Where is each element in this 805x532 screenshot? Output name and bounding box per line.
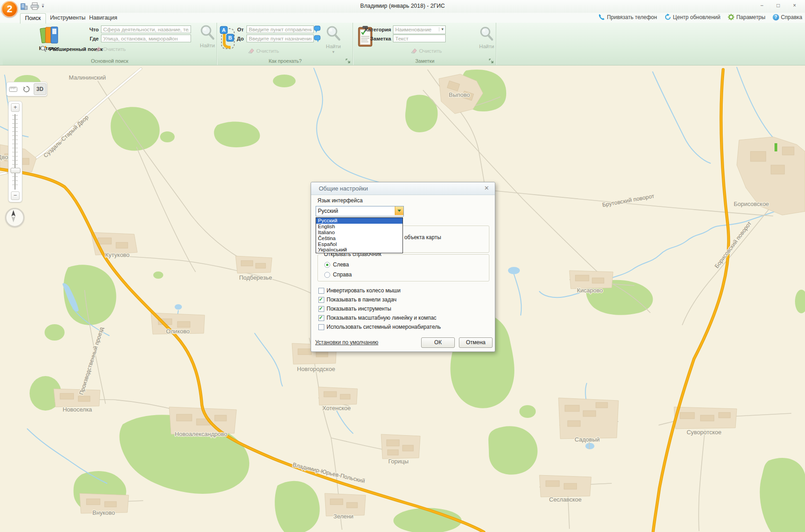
where-label: Где [75, 36, 99, 41]
map-label-khotenskoe: Хотенское [322, 405, 351, 412]
where-input[interactable] [101, 35, 191, 42]
advanced-search-button[interactable]: Расширенный поиск [40, 45, 103, 53]
language-option-english[interactable]: English [316, 224, 402, 230]
map-label-suvorotskoe: Суворотское [687, 429, 722, 436]
checkbox-invert-wheel[interactable] [318, 288, 324, 294]
category-label: Категория [364, 27, 391, 32]
tab-search[interactable]: Поиск [20, 13, 46, 24]
link-phone[interactable]: Привязать телефон [598, 14, 657, 20]
radio-right[interactable] [324, 272, 330, 278]
note-input[interactable] [393, 35, 446, 42]
checkbox-taskbar[interactable] [318, 297, 324, 303]
language-option-russian[interactable]: Русский [316, 218, 402, 224]
link-phone-label: Привязать телефон [607, 14, 657, 20]
category-dropdown-arrow-icon[interactable]: ▼ [439, 27, 444, 31]
zoom-handle[interactable] [10, 168, 20, 173]
find-route-dropdown-arrow-icon[interactable]: ▼ [332, 50, 335, 54]
category-combo[interactable]: ▼ [393, 25, 446, 34]
eraser-icon [411, 48, 417, 54]
map-label-zeleni: Зелени [333, 513, 353, 520]
checkbox-tools[interactable] [318, 306, 324, 312]
language-option-espanol[interactable]: Español [316, 241, 402, 247]
close-button[interactable]: × [788, 2, 801, 10]
zoom-slider[interactable]: + − [8, 101, 22, 202]
find-search-button[interactable]: Найти [194, 25, 221, 43]
help-label: Справка [781, 14, 802, 20]
clear-route-button[interactable]: Очистить [248, 46, 279, 55]
zoom-in-button[interactable]: + [11, 103, 20, 112]
compass-needle-icon [6, 209, 20, 223]
search-magnifier-icon [200, 25, 215, 41]
find-note-label: Найти [473, 44, 500, 49]
clear-note-label: Очистить [419, 48, 442, 54]
ok-button[interactable]: ОК [421, 337, 455, 348]
settings-dialog-titlebar[interactable]: Общие настройки ✕ [311, 182, 495, 195]
find-route-label: Найти [320, 44, 347, 49]
notes-dialog-launcher-icon[interactable] [489, 59, 494, 64]
combo-arrow-icon [397, 210, 401, 214]
clear-note-button[interactable]: Очистить [411, 46, 442, 55]
maximize-button[interactable]: □ [771, 2, 785, 10]
help[interactable]: ? Справка [773, 14, 802, 20]
find-search-label: Найти [194, 43, 221, 48]
map-label-borisovsky-povorot: Борисовский поворот [714, 220, 753, 269]
language-option-ukrainian[interactable]: Український [316, 247, 402, 253]
svg-text:A: A [222, 27, 226, 33]
language-combo-value: Русский [318, 208, 338, 214]
language-option-cestina[interactable]: Čeština [316, 236, 402, 241]
what-input[interactable] [101, 25, 191, 33]
map-label-novoaleksandrovo: Новоалександрово [175, 431, 227, 437]
parameters[interactable]: Параметры [728, 14, 765, 20]
tab-tools[interactable]: Инструменты [45, 13, 90, 23]
from-input[interactable] [247, 25, 314, 33]
map-label-goritsy: Горицы [388, 458, 409, 465]
language-label: Язык интерфейса [317, 197, 362, 204]
search-magnifier-icon [326, 25, 341, 42]
radio-right-label: Справа [333, 271, 352, 278]
checkbox-system-dialer[interactable] [318, 324, 324, 330]
map-label-novgorodskoe: Новгородское [297, 366, 335, 372]
map-label-malininsky: Малининский [69, 74, 106, 81]
settings-dialog-title: Общие настройки [319, 185, 368, 192]
find-note-button[interactable]: Найти [473, 26, 500, 44]
group-notes-caption: Заметки [354, 57, 496, 65]
map-label-vladimir-yuriev-polsky: Владимир-Юрьев-Польский [292, 462, 366, 484]
3d-button-label: 3D [36, 86, 43, 92]
checkbox-scale-compass[interactable] [318, 315, 324, 321]
print-button[interactable] [30, 2, 39, 10]
city-update-button[interactable] [20, 2, 28, 10]
zoom-ticks [12, 115, 18, 188]
window-title: Владимир (январь 2018) - 2ГИС [0, 3, 805, 9]
3d-button[interactable]: 3D [34, 83, 46, 95]
rotate-button[interactable] [20, 84, 32, 95]
checkbox-system-dialer-label: Использовать системный номеронабиратель [327, 324, 441, 330]
refresh-icon [664, 14, 671, 20]
tab-navigation[interactable]: Навигация [85, 13, 122, 23]
update-center[interactable]: Центр обновлений [664, 14, 720, 20]
language-option-italiano[interactable]: Italiano [316, 230, 402, 236]
map-label-brutovsky-povorot: Брутовский поворот [602, 193, 655, 208]
clear-search-button[interactable]: Очистить [95, 45, 126, 53]
map-label-sadovy: Садовый [574, 436, 599, 443]
category-input[interactable] [393, 26, 439, 33]
dialog-close-icon[interactable]: ✕ [483, 185, 490, 191]
to-input[interactable] [247, 35, 314, 42]
ruler-button[interactable] [7, 84, 19, 95]
minimize-button[interactable]: − [755, 2, 769, 10]
zoom-out-button[interactable]: − [11, 191, 20, 200]
map-label-vypovo: Выпово [449, 91, 470, 98]
titlebar: Владимир (январь 2018) - 2ГИС [0, 0, 805, 13]
radio-left[interactable] [324, 262, 330, 268]
window-buttons: − □ × [755, 2, 801, 10]
map-label-seslavskoe: Сеславское [549, 496, 582, 503]
find-route-button[interactable]: Найти ▼ [320, 25, 347, 44]
defaults-link[interactable]: Установки по умолчанию [315, 339, 378, 346]
qat-customize-arrow-icon[interactable]: ▾ [42, 4, 44, 8]
update-center-label: Центр обновлений [673, 14, 720, 20]
catalog-icon [39, 25, 59, 45]
language-combo[interactable]: Русский [316, 206, 404, 216]
cancel-button[interactable]: Отмена [459, 337, 493, 348]
language-combo-dropdown-button[interactable] [395, 206, 403, 215]
compass[interactable] [5, 208, 25, 227]
route-dialog-launcher-icon[interactable] [346, 59, 351, 64]
